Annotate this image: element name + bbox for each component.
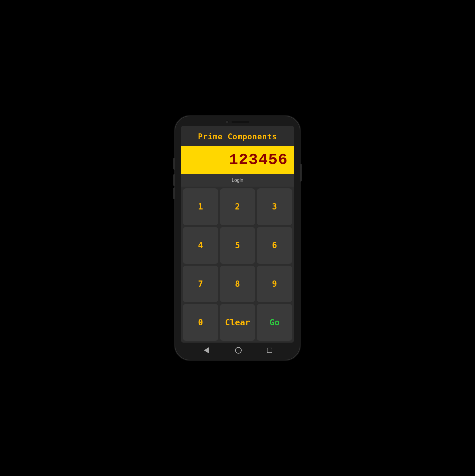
- go-button[interactable]: Go: [257, 304, 292, 341]
- recents-button[interactable]: [267, 348, 272, 353]
- phone-screen: Prime Components 123456 Login 1 2 3 4 5 …: [181, 126, 294, 343]
- display-area: 123456: [181, 146, 294, 174]
- phone-top-bar: [178, 120, 297, 123]
- key-0[interactable]: 0: [183, 304, 218, 341]
- home-button[interactable]: [235, 347, 242, 354]
- app-title: Prime Components: [181, 126, 294, 146]
- back-button[interactable]: [203, 347, 210, 354]
- clear-button[interactable]: Clear: [220, 304, 255, 341]
- key-3[interactable]: 3: [257, 188, 292, 225]
- display-number: 123456: [187, 151, 288, 169]
- phone-bottom-bar: [178, 343, 297, 356]
- camera-icon: [226, 120, 229, 123]
- keypad: 1 2 3 4 5 6 7 8 9 0 Clear Go: [181, 187, 294, 343]
- key-2[interactable]: 2: [220, 188, 255, 225]
- phone-device: Prime Components 123456 Login 1 2 3 4 5 …: [175, 116, 300, 360]
- key-7[interactable]: 7: [183, 266, 218, 302]
- key-1[interactable]: 1: [183, 188, 218, 225]
- key-5[interactable]: 5: [220, 227, 255, 264]
- camera-area: [226, 120, 249, 123]
- login-button[interactable]: Login: [181, 174, 294, 187]
- key-6[interactable]: 6: [257, 227, 292, 264]
- key-4[interactable]: 4: [183, 227, 218, 264]
- key-9[interactable]: 9: [257, 266, 292, 302]
- key-8[interactable]: 8: [220, 266, 255, 302]
- speaker-grille: [232, 121, 249, 123]
